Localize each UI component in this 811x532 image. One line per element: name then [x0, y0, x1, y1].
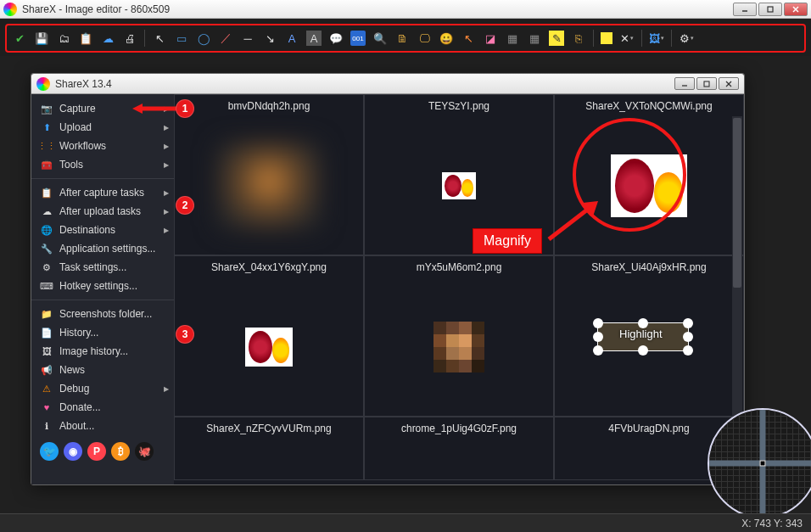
sidebar-item-label: About... — [59, 420, 94, 432]
chevron-right-icon: ▶ — [164, 143, 169, 150]
thumbnail-title: ShareX_nZFCyvVURm.png — [175, 417, 363, 440]
chevron-right-icon: ▶ — [164, 227, 169, 234]
close-button[interactable] — [784, 3, 808, 16]
speech-icon[interactable]: 💬 — [328, 31, 344, 46]
maximize-button[interactable] — [758, 3, 782, 16]
line-icon[interactable]: ─ — [240, 31, 255, 46]
github-icon[interactable]: 🐙 — [135, 442, 154, 461]
inner-minimize-button[interactable] — [674, 77, 695, 90]
bitcoin-icon[interactable]: ₿ — [111, 442, 130, 461]
sidebar-item-about[interactable]: ℹAbout... — [31, 417, 174, 435]
sidebar: 📷Capture▶ ⬆Upload▶ ⋮⋮Workflows▶ 🧰Tools▶ … — [31, 94, 174, 484]
ellipse-icon[interactable]: ◯ — [196, 31, 211, 46]
confirm-icon[interactable]: ✔ — [12, 31, 27, 46]
screen-icon[interactable]: 🖵 — [417, 31, 432, 46]
sticker-icon[interactable]: 😀 — [439, 31, 454, 46]
text-outline-icon[interactable]: A — [284, 31, 299, 46]
save-as-icon[interactable]: 🗂 — [56, 31, 71, 46]
sidebar-item-image-history[interactable]: 🖼Image history... — [31, 342, 174, 361]
sidebar-item-destinations[interactable]: 🌐Destinations▶ — [31, 221, 174, 239]
image-file-icon[interactable]: 🗎 — [394, 31, 410, 46]
magnifier-lens — [708, 408, 811, 518]
thumbnail[interactable]: chrome_1pUig4G0zF.png — [364, 417, 554, 480]
thumbnail[interactable]: ShareX_04xx1Y6xgY.png — [174, 255, 364, 417]
highlight-icon[interactable]: ✎ — [549, 31, 564, 46]
window-title: ShareX - Image editor - 860x509 — [22, 3, 733, 15]
social-links: 🐦 ◉ P ₿ 🐙 — [31, 435, 174, 468]
thumbnail-image — [245, 328, 293, 367]
smart-eraser-icon[interactable]: ◪ — [483, 31, 498, 46]
sidebar-item-history[interactable]: 📄History... — [31, 323, 174, 342]
discord-icon[interactable]: ◉ — [64, 442, 82, 461]
thumbnail[interactable]: mYx5uM6om2.png — [364, 255, 554, 417]
sidebar-item-app-settings[interactable]: 🔧Application settings... — [31, 239, 174, 258]
arrow-icon[interactable]: ↘ — [262, 31, 277, 46]
thumbnail[interactable]: ShareX_Ui40Aj9xHR.png Highlight — [554, 255, 744, 417]
magnifier-center-pixel — [760, 461, 766, 467]
inner-maximize-button[interactable] — [696, 77, 717, 90]
settings-icon[interactable]: ⚙▾ — [679, 31, 694, 46]
sidebar-item-donate[interactable]: ♥Donate... — [31, 398, 174, 417]
magnify-icon[interactable]: 🔍 — [372, 31, 388, 46]
sidebar-item-tools[interactable]: 🧰Tools▶ — [31, 155, 174, 174]
freehand-icon[interactable]: ／ — [218, 31, 233, 46]
image-options-icon[interactable]: 🖼▾ — [649, 31, 664, 46]
patreon-icon[interactable]: P — [87, 442, 106, 461]
cursor-coordinates: X: 743 Y: 343 — [741, 518, 803, 529]
sidebar-item-after-capture[interactable]: 📋After capture tasks▶ — [31, 183, 174, 202]
upload-icon[interactable]: ☁ — [100, 31, 115, 46]
inner-close-button[interactable] — [719, 77, 739, 90]
cloud-icon: ☁ — [40, 205, 53, 217]
thumbnail[interactable]: bmvDNdqh2h.png — [174, 94, 364, 255]
cursor-icon[interactable]: ↖ — [152, 31, 167, 46]
thumbnail-image — [218, 143, 320, 228]
sidebar-item-hotkeys[interactable]: ⌨Hotkey settings... — [31, 277, 174, 295]
divider — [31, 178, 174, 179]
sidebar-item-label: Image history... — [59, 345, 128, 357]
sidebar-item-task-settings[interactable]: ⚙Task settings... — [31, 258, 174, 277]
svg-marker-11 — [132, 104, 143, 114]
history-icon: 📄 — [40, 327, 53, 339]
clipboard-icon[interactable]: 📋 — [78, 31, 93, 46]
sharex-main-window: ShareX 13.4 📷Capture▶ ⬆Upload▶ ⋮⋮Workflo… — [31, 73, 745, 485]
text-bg-icon[interactable]: A — [306, 31, 322, 46]
step-icon[interactable]: 001 — [350, 31, 366, 46]
separator — [641, 30, 642, 47]
sidebar-item-label: Task settings... — [59, 261, 126, 273]
save-icon[interactable]: 💾 — [34, 31, 49, 46]
toolbox-icon: 🧰 — [40, 159, 53, 171]
sidebar-item-label: Destinations — [59, 224, 115, 236]
sidebar-item-label: Application settings... — [59, 243, 155, 255]
scrollbar-thumb[interactable] — [733, 118, 741, 288]
blur-icon[interactable]: ▦ — [505, 31, 520, 46]
folder-icon: 📁 — [40, 308, 53, 320]
svg-rect-1 — [768, 7, 773, 12]
minimize-button[interactable] — [733, 3, 757, 16]
twitter-icon[interactable]: 🐦 — [40, 442, 59, 461]
sidebar-item-screenshots-folder[interactable]: 📁Screenshots folder... — [31, 305, 174, 323]
sidebar-item-workflows[interactable]: ⋮⋮Workflows▶ — [31, 137, 174, 155]
sidebar-item-after-upload[interactable]: ☁After upload tasks▶ — [31, 202, 174, 221]
crop-icon[interactable]: ⎘ — [571, 31, 586, 46]
thumbnail-title: mYx5uM6om2.png — [365, 256, 553, 278]
debug-icon: ⚠ — [40, 383, 53, 395]
pixelate-icon[interactable]: ▦ — [527, 31, 542, 46]
sidebar-item-label: Tools — [59, 159, 83, 171]
rectangle-icon[interactable]: ▭ — [174, 31, 189, 46]
chevron-right-icon: ▶ — [164, 385, 169, 393]
sidebar-item-label: History... — [59, 327, 98, 339]
thumbnail[interactable]: ShareX_nZFCyvVURm.png — [174, 417, 364, 480]
canvas-area[interactable]: ShareX 13.4 📷Capture▶ ⬆Upload▶ ⋮⋮Workflo… — [0, 56, 811, 513]
sidebar-item-upload[interactable]: ⬆Upload▶ — [31, 118, 174, 137]
sharex-logo-icon — [36, 77, 50, 91]
heart-icon: ♥ — [40, 401, 53, 413]
sidebar-item-debug[interactable]: ⚠Debug▶ — [31, 379, 174, 398]
border-color-icon[interactable] — [601, 32, 612, 44]
cursor-marker-icon[interactable]: ↖ — [461, 31, 476, 46]
image-editor-window: ShareX - Image editor - 860x509 ✔ 💾 🗂 📋 … — [0, 0, 811, 532]
sidebar-item-news[interactable]: 📢News — [31, 361, 174, 379]
print-icon[interactable]: 🖨 — [122, 31, 137, 46]
options-icon[interactable]: ✕▾ — [619, 31, 635, 46]
sidebar-item-label: After capture tasks — [59, 187, 144, 199]
sharex-logo-icon — [3, 3, 17, 16]
